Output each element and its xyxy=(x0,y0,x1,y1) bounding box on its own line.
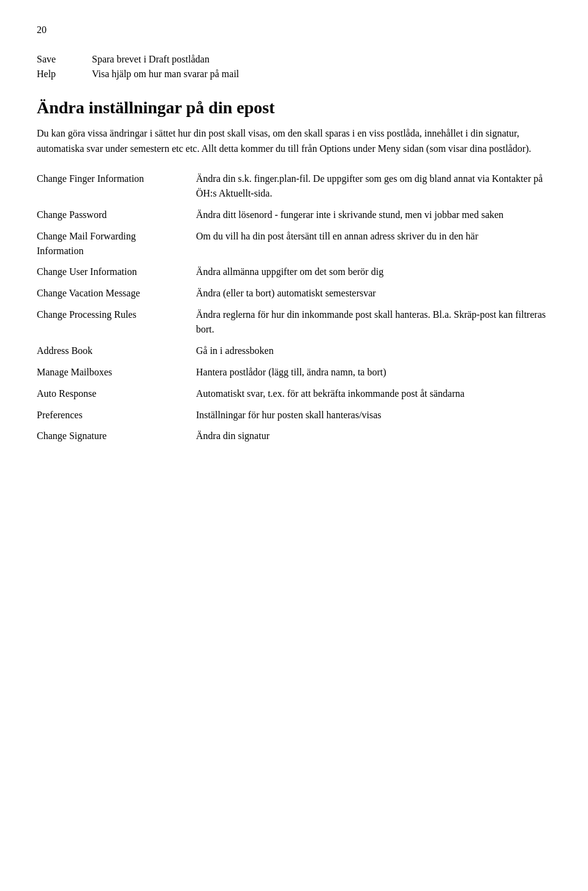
section-intro: Du kan göra vissa ändringar i sättet hur… xyxy=(37,126,551,157)
settings-def-mailboxes: Hantera postlådor (lägg till, ändra namn… xyxy=(196,365,551,380)
settings-row-password: Change Password Ändra ditt lösenord - fu… xyxy=(37,208,551,223)
settings-row-finger: Change Finger Information Ändra din s.k.… xyxy=(37,171,551,202)
settings-def-auto-response: Automatiskt svar, t.ex. för att bekräfta… xyxy=(196,386,551,402)
section-heading: Ändra inställningar på din epost xyxy=(37,98,551,118)
help-description: Visa hjälp om hur man svarar på mail xyxy=(92,69,239,80)
settings-row-processing: Change Processing Rules Ändra reglerna f… xyxy=(37,307,551,338)
settings-row-address-book: Address Book Gå in i adressboken xyxy=(37,344,551,359)
command-row-save: Save Spara brevet i Draft postlådan xyxy=(37,54,551,65)
commands-section: Save Spara brevet i Draft postlådan Help… xyxy=(37,54,551,80)
settings-row-forwarding: Change Mail Forwarding Information Om du… xyxy=(37,229,551,258)
settings-term-user-info: Change User Information xyxy=(37,265,196,279)
settings-def-signature: Ändra din signatur xyxy=(196,429,551,444)
settings-row-vacation: Change Vacation Message Ändra (eller ta … xyxy=(37,286,551,301)
settings-term-forwarding: Change Mail Forwarding Information xyxy=(37,229,196,258)
settings-term-mailboxes: Manage Mailboxes xyxy=(37,365,196,380)
settings-def-address-book: Gå in i adressboken xyxy=(196,344,551,359)
settings-term-auto-response: Auto Response xyxy=(37,386,196,401)
settings-term-preferences: Preferences xyxy=(37,408,196,423)
help-label: Help xyxy=(37,69,74,80)
settings-term-address-book: Address Book xyxy=(37,344,196,358)
command-row-help: Help Visa hjälp om hur man svarar på mai… xyxy=(37,69,551,80)
settings-term-password: Change Password xyxy=(37,208,196,222)
save-description: Spara brevet i Draft postlådan xyxy=(92,54,209,65)
page-number: 20 xyxy=(37,24,551,36)
settings-def-preferences: Inställningar för hur posten skall hante… xyxy=(196,408,551,423)
settings-term-processing: Change Processing Rules xyxy=(37,307,196,322)
settings-row-signature: Change Signature Ändra din signatur xyxy=(37,429,551,444)
settings-def-forwarding: Om du vill ha din post återsänt till en … xyxy=(196,229,551,244)
settings-def-processing: Ändra reglerna för hur din inkommande po… xyxy=(196,307,551,338)
save-label: Save xyxy=(37,54,74,65)
settings-def-user-info: Ändra allmänna uppgifter om det som berö… xyxy=(196,265,551,280)
settings-def-vacation: Ändra (eller ta bort) automatiskt semest… xyxy=(196,286,551,301)
settings-table: Change Finger Information Ändra din s.k.… xyxy=(37,171,551,445)
settings-row-auto-response: Auto Response Automatiskt svar, t.ex. fö… xyxy=(37,386,551,402)
settings-row-mailboxes: Manage Mailboxes Hantera postlådor (lägg… xyxy=(37,365,551,380)
settings-row-preferences: Preferences Inställningar för hur posten… xyxy=(37,408,551,423)
settings-row-user-info: Change User Information Ändra allmänna u… xyxy=(37,265,551,280)
settings-term-vacation: Change Vacation Message xyxy=(37,286,196,301)
settings-term-signature: Change Signature xyxy=(37,429,196,443)
settings-def-password: Ändra ditt lösenord - fungerar inte i sk… xyxy=(196,208,551,223)
settings-def-finger: Ändra din s.k. finger.plan-fil. De uppgi… xyxy=(196,171,551,202)
settings-term-finger: Change Finger Information xyxy=(37,171,196,186)
